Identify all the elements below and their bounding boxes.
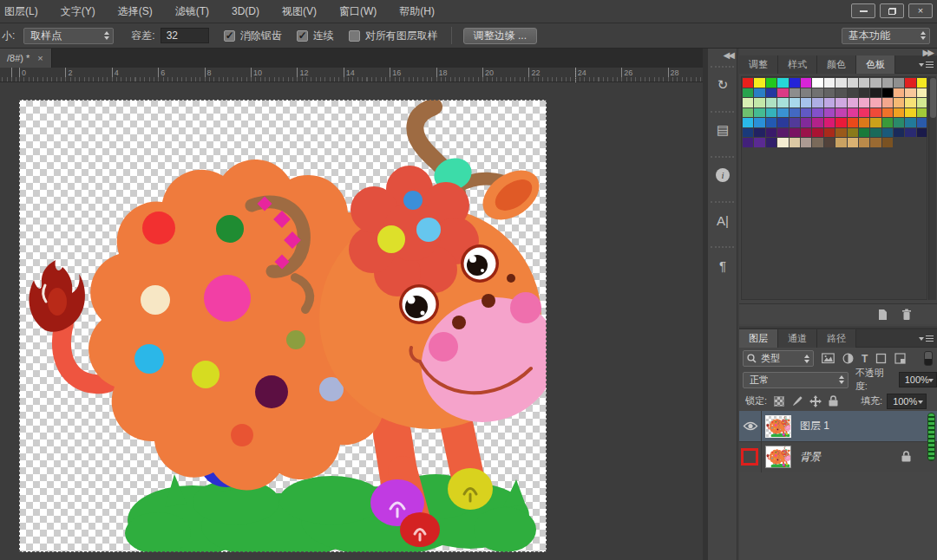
color-swatch[interactable] — [812, 98, 822, 107]
color-swatch[interactable] — [882, 88, 893, 98]
restore-button[interactable] — [880, 3, 904, 18]
color-swatch[interactable] — [859, 98, 869, 107]
color-swatch[interactable] — [848, 88, 858, 98]
color-swatch[interactable] — [859, 128, 869, 138]
color-swatch[interactable] — [743, 108, 753, 118]
option-checkbox[interactable]: 连续 — [297, 29, 334, 43]
filter-adjustment-layers-icon[interactable] — [842, 353, 854, 364]
layers-scrollbar-thumb[interactable] — [927, 413, 935, 461]
filter-smart-objects-icon[interactable] — [894, 353, 906, 364]
color-swatch[interactable] — [917, 88, 927, 98]
color-swatch[interactable] — [790, 78, 800, 88]
color-swatch[interactable] — [894, 128, 904, 138]
info-panel-icon[interactable]: i — [711, 161, 735, 189]
character-panel-icon[interactable]: A| — [711, 206, 735, 234]
tolerance-input[interactable] — [161, 28, 209, 43]
scrollbar-thumb[interactable] — [930, 78, 936, 118]
layer-thumbnail[interactable] — [765, 415, 791, 438]
visibility-toggle[interactable] — [739, 442, 762, 472]
filter-shape-layers-icon[interactable] — [875, 353, 887, 364]
color-swatch[interactable] — [848, 108, 858, 118]
swatches-scrollbar[interactable] — [928, 76, 936, 300]
lock-image-icon[interactable] — [791, 395, 803, 407]
checkbox-unchecked-icon[interactable] — [349, 30, 360, 42]
color-swatch[interactable] — [754, 128, 764, 138]
panel-menu-icon[interactable] — [919, 61, 934, 69]
panel-tab-调整[interactable]: 调整 — [739, 55, 778, 74]
color-swatch[interactable] — [790, 98, 800, 107]
color-swatch[interactable] — [894, 78, 904, 88]
color-swatch[interactable] — [790, 138, 800, 147]
color-swatch[interactable] — [754, 118, 764, 127]
color-swatch[interactable] — [870, 78, 881, 88]
lock-transparency-icon[interactable] — [774, 396, 784, 407]
layer-thumbnail[interactable] — [765, 446, 791, 468]
collapse-dock-icon[interactable]: ◀◀ — [724, 50, 733, 60]
color-swatch[interactable] — [777, 118, 788, 127]
option-checkbox[interactable]: 对所有图层取样 — [349, 29, 438, 43]
color-swatch[interactable] — [870, 118, 881, 127]
color-swatch[interactable] — [835, 128, 846, 138]
color-swatch[interactable] — [766, 98, 776, 107]
color-swatch[interactable] — [905, 108, 915, 118]
color-swatch[interactable] — [824, 78, 835, 88]
color-swatch[interactable] — [777, 128, 788, 138]
properties-panel-icon[interactable]: ▤ — [711, 116, 735, 144]
layer-row-background[interactable]: 背景 — [739, 441, 937, 472]
color-swatch[interactable] — [905, 118, 915, 127]
lock-all-icon[interactable] — [829, 395, 838, 407]
panel-tab-通道[interactable]: 通道 — [778, 329, 817, 348]
color-swatch[interactable] — [766, 128, 776, 138]
color-swatch[interactable] — [882, 98, 893, 107]
color-swatch[interactable] — [777, 78, 788, 88]
menu-item[interactable]: 文字(Y) — [49, 0, 107, 23]
color-swatch[interactable] — [824, 138, 835, 147]
panel-tab-图层[interactable]: 图层 — [739, 329, 778, 348]
filter-pixel-layers-icon[interactable] — [822, 353, 835, 364]
color-swatch[interactable] — [801, 118, 811, 127]
color-swatch[interactable] — [777, 88, 788, 98]
color-swatch[interactable] — [917, 98, 927, 107]
color-swatch[interactable] — [835, 118, 846, 127]
color-swatch[interactable] — [894, 118, 904, 127]
color-swatch[interactable] — [905, 98, 915, 107]
color-swatch[interactable] — [859, 118, 869, 127]
color-swatch[interactable] — [917, 118, 927, 127]
blend-mode-dropdown[interactable]: 正常 — [743, 372, 849, 388]
color-swatch[interactable] — [754, 138, 764, 147]
menu-item[interactable]: 3D(D) — [220, 0, 271, 23]
color-swatch[interactable] — [754, 108, 764, 118]
layer-name[interactable]: 图层 1 — [800, 419, 829, 433]
color-swatch[interactable] — [917, 78, 927, 88]
color-swatch[interactable] — [870, 108, 881, 118]
checkbox-checked-icon[interactable] — [297, 30, 308, 42]
color-swatch[interactable] — [790, 118, 800, 127]
color-swatch[interactable] — [801, 108, 811, 118]
color-swatch[interactable] — [812, 118, 822, 127]
menu-item[interactable]: 窗口(W) — [328, 0, 388, 23]
color-swatch[interactable] — [848, 128, 858, 138]
menu-item[interactable]: 帮助(H) — [388, 0, 446, 23]
history-panel-icon[interactable]: ↻ — [711, 71, 735, 99]
color-swatch[interactable] — [870, 98, 881, 107]
filter-type-layers-icon[interactable]: T — [862, 353, 868, 365]
color-swatch[interactable] — [754, 88, 764, 98]
filter-toggle-switch[interactable] — [924, 351, 933, 366]
color-swatch[interactable] — [848, 78, 858, 88]
tab-close-icon[interactable]: × — [37, 53, 43, 63]
color-swatch[interactable] — [882, 128, 893, 138]
document-tab[interactable]: /8#) * × — [0, 49, 52, 68]
panel-tab-颜色[interactable]: 颜色 — [817, 55, 856, 74]
color-swatch[interactable] — [824, 98, 835, 107]
panel-menu-icon[interactable] — [919, 335, 934, 343]
menu-item[interactable]: 图层(L) — [0, 0, 49, 23]
color-swatch[interactable] — [801, 88, 811, 98]
color-swatch[interactable] — [812, 128, 822, 138]
color-swatch[interactable] — [777, 98, 788, 107]
color-swatch[interactable] — [777, 108, 788, 118]
color-swatch[interactable] — [905, 88, 915, 98]
color-swatch[interactable] — [835, 108, 846, 118]
color-swatch[interactable] — [894, 108, 904, 118]
menu-item[interactable]: 视图(V) — [271, 0, 328, 23]
color-swatch[interactable] — [743, 98, 753, 107]
